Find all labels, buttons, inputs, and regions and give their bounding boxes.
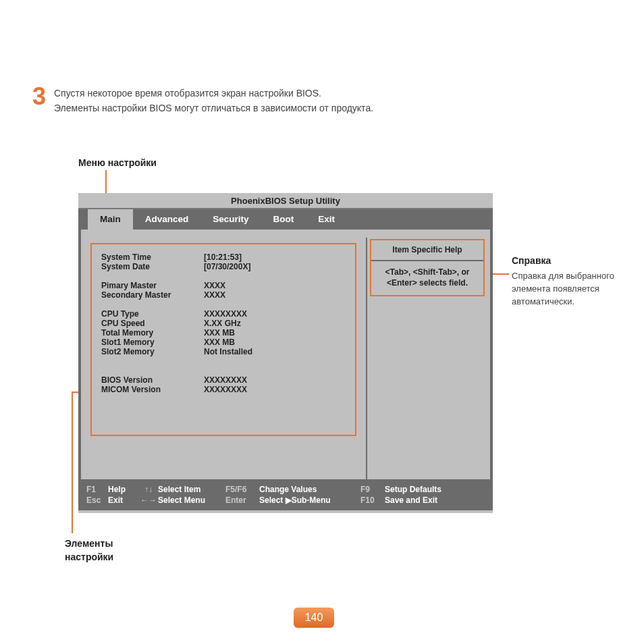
- setting-key: MICOM Version: [101, 385, 204, 394]
- label-help: Help: [108, 485, 139, 494]
- label-select-submenu: Select ▶Sub-Menu: [259, 495, 360, 505]
- callout-items-label: Элементы настройки: [65, 537, 139, 564]
- setting-value: [07/30/200X]: [204, 262, 250, 271]
- setting-key: CPU Type: [101, 309, 204, 319]
- setting-row[interactable]: CPU SpeedX.XX GHz: [101, 319, 346, 328]
- tab-advanced[interactable]: Advanced: [133, 209, 201, 230]
- callout-help-body: Справка для выбранного элемента появляет…: [512, 270, 633, 308]
- help-panel-title: Item Specific Help: [375, 244, 479, 260]
- setting-row[interactable]: MICOM VersionXXXXXXXX: [101, 385, 346, 394]
- setting-row[interactable]: Slot2 MemoryNot Installed: [101, 347, 346, 356]
- label-select-item: Select Item: [158, 485, 225, 494]
- setting-value: XXX MB: [204, 328, 235, 338]
- bios-settings-list: System Time[10:21:53]System Date[07/30/2…: [90, 243, 356, 436]
- connector-line: [72, 392, 73, 533]
- key-f5f6: F5/F6: [225, 485, 259, 494]
- divider: [371, 260, 483, 261]
- tab-exit[interactable]: Exit: [306, 209, 347, 230]
- label-setup-defaults: Setup Defaults: [385, 485, 485, 494]
- step-text: Спустя некоторое время отобразится экран…: [54, 86, 505, 115]
- leftright-icon: ←→: [139, 495, 158, 505]
- setting-value: XXXXXXXX: [204, 385, 247, 394]
- setting-key: Secondary Master: [101, 290, 204, 300]
- panel-divider: [366, 238, 367, 479]
- updown-icon: ↑↓: [139, 485, 158, 494]
- key-f9: F9: [360, 485, 385, 494]
- setting-key: Pimary Master: [101, 281, 204, 290]
- bios-body: System Time[10:21:53]System Date[07/30/2…: [78, 230, 493, 479]
- tab-security[interactable]: Security: [200, 209, 261, 230]
- setting-row[interactable]: System Time[10:21:53]: [101, 252, 346, 262]
- setting-key: Total Memory: [101, 328, 204, 338]
- setting-key: System Date: [101, 262, 204, 271]
- setting-key: BIOS Version: [101, 375, 204, 385]
- callout-help-title: Справка: [512, 255, 551, 266]
- key-esc: Esc: [86, 495, 108, 505]
- setting-key: CPU Speed: [101, 319, 204, 328]
- key-f1: F1: [86, 485, 108, 494]
- setting-value: XXXXXXXX: [204, 309, 247, 319]
- label-change-values: Change Values: [259, 485, 360, 494]
- bios-settings-panel: System Time[10:21:53]System Date[07/30/2…: [81, 238, 366, 479]
- setting-row[interactable]: Total MemoryXXX MB: [101, 328, 346, 338]
- setting-key: System Time: [101, 252, 204, 262]
- setting-value: XXX MB: [204, 338, 235, 347]
- callout-menu-label: Меню настройки: [78, 157, 157, 168]
- setting-key: Slot1 Memory: [101, 338, 204, 347]
- bios-menu-bar: Main Advanced Security Boot Exit: [78, 209, 493, 230]
- key-f10: F10: [360, 495, 385, 505]
- setting-row[interactable]: Secondary MasterXXXX: [101, 290, 346, 300]
- label-select-menu: Select Menu: [158, 495, 225, 505]
- label-exit: Exit: [108, 495, 139, 505]
- bios-footer: F1 Esc Help Exit ↑↓ ←→ Select Item Selec…: [78, 479, 493, 510]
- step-line-1: Спустя некоторое время отобразится экран…: [54, 86, 505, 101]
- setting-value: X.XX GHz: [204, 319, 241, 328]
- setting-value: [10:21:53]: [204, 252, 242, 262]
- bios-help-panel: Item Specific Help <Tab>, <Shift-Tab>, o…: [366, 238, 490, 479]
- setting-row[interactable]: CPU TypeXXXXXXXX: [101, 309, 346, 319]
- label-save-exit: Save and Exit: [385, 495, 485, 505]
- setting-value: XXXXXXXX: [204, 375, 247, 385]
- step-block: 3 Спустя некоторое время отобразится экр…: [32, 86, 505, 115]
- setting-row[interactable]: System Date[07/30/200X]: [101, 262, 346, 271]
- setting-row[interactable]: BIOS VersionXXXXXXXX: [101, 375, 346, 385]
- tab-boot[interactable]: Boot: [261, 209, 306, 230]
- step-number: 3: [32, 82, 46, 111]
- bios-title: PhoenixBIOS Setup Utility: [78, 193, 493, 209]
- setting-row[interactable]: Slot1 MemoryXXX MB: [101, 338, 346, 347]
- setting-key: Slot2 Memory: [101, 347, 204, 356]
- setting-value: Not Installed: [204, 347, 252, 356]
- setting-row[interactable]: Pimary MasterXXXX: [101, 281, 346, 290]
- page-number-badge: 140: [294, 608, 334, 628]
- bios-screen: PhoenixBIOS Setup Utility Main Advanced …: [78, 193, 493, 513]
- step-line-2: Элементы настройки BIOS могут отличаться…: [54, 101, 505, 116]
- setting-value: XXXX: [204, 290, 225, 300]
- tab-main[interactable]: Main: [88, 209, 133, 230]
- setting-value: XXXX: [204, 281, 225, 290]
- help-panel-body: <Tab>, <Shift-Tab>, or <Enter> selects f…: [375, 267, 479, 288]
- key-enter: Enter: [225, 495, 259, 505]
